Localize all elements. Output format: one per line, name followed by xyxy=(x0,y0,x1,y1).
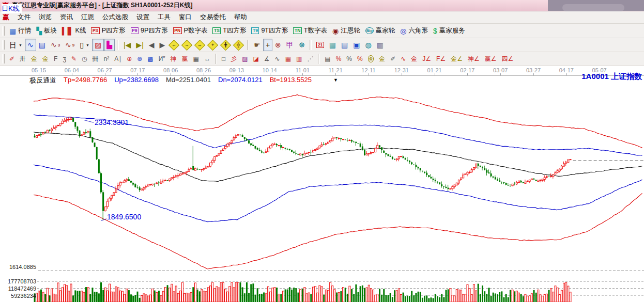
volume-histogram-button[interactable]: ▙ xyxy=(104,39,115,51)
map-button[interactable]: ▨ xyxy=(92,39,104,51)
gold-gate2-button[interactable]: 金 xyxy=(40,53,51,65)
winner-service-button[interactable]: $赢家服务 xyxy=(431,25,468,37)
wave9-button[interactable]: ∿9 xyxy=(63,39,77,51)
remote-service-button[interactable]: ▥ xyxy=(374,39,386,51)
delete-line-button[interactable]: ⊗ xyxy=(272,39,284,51)
stats-list-button[interactable]: ▤ xyxy=(322,53,333,65)
zoom-in-button[interactable]: ╋ xyxy=(219,39,232,51)
menu-window[interactable]: 窗口 xyxy=(175,12,196,23)
angle-a-button[interactable]: A∣ xyxy=(112,53,124,65)
toolbar-grip[interactable] xyxy=(2,40,5,50)
gann-comb-button[interactable]: 卅 xyxy=(17,53,28,65)
winner-wheel-button[interactable]: Big赢家轮 xyxy=(363,25,398,37)
menu-trade[interactable]: 交易委托 xyxy=(196,12,230,23)
gold-circle-button[interactable]: 金 xyxy=(365,53,377,65)
web-box-button[interactable]: ▩ xyxy=(145,53,156,65)
kline-chart-canvas[interactable] xyxy=(0,75,644,302)
red-brush2-button[interactable]: ✎ xyxy=(69,53,79,65)
win-box-button[interactable]: 赢 xyxy=(179,53,191,65)
menu-tools[interactable]: 工具 xyxy=(154,12,175,23)
j-angle-button[interactable]: J∠ xyxy=(420,53,434,65)
red-grid2-button[interactable]: ▥ xyxy=(294,53,304,65)
menu-browse[interactable]: 浏览 xyxy=(35,12,56,23)
menu-settings[interactable]: 设置 xyxy=(132,12,154,23)
box-measure-button[interactable]: □ xyxy=(219,53,228,65)
t-number-table-button[interactable]: TNT数字表 xyxy=(290,25,329,37)
pan-right-button[interactable]: → xyxy=(180,39,193,51)
last-page-button[interactable]: ▶| xyxy=(133,39,146,51)
gold-lines-button[interactable]: 金 xyxy=(376,53,388,65)
brush-tool-button[interactable]: ✐ xyxy=(7,53,17,65)
indicator-name[interactable]: 极反通道 xyxy=(29,76,56,85)
next-bar-button[interactable]: ▶ xyxy=(157,39,168,51)
star-web-button[interactable]: ⊛ xyxy=(134,53,145,65)
candle-style-button[interactable]: ▯▼ xyxy=(77,39,92,51)
n-square-button[interactable]: n² xyxy=(101,53,112,65)
gann-tool-button[interactable]: 甲 xyxy=(284,39,296,51)
wave-band-button[interactable]: ∿ xyxy=(398,53,408,65)
menu-formula-stockpick[interactable]: 公式选股 xyxy=(98,12,132,23)
time-cycle-button[interactable]: ◷ xyxy=(79,53,89,65)
rays-button[interactable]: 彡 xyxy=(228,53,239,65)
angle-fan-button[interactable]: ∡ xyxy=(262,53,272,65)
menu-help[interactable]: 帮助 xyxy=(230,12,251,23)
f-angle-button[interactable]: F∠ xyxy=(434,53,448,65)
period-day-button[interactable]: 日▼ xyxy=(7,39,25,51)
calendar-button[interactable]: 21 xyxy=(314,39,326,51)
spiral-button[interactable]: ʒ xyxy=(60,53,69,65)
percent-button[interactable]: % xyxy=(344,53,355,65)
god-angle-button[interactable]: 神∠ xyxy=(465,53,482,65)
wave3-button[interactable]: ∿3 xyxy=(48,39,63,51)
hand-tool-button[interactable]: ☛ xyxy=(251,39,263,51)
refresh-data-button[interactable]: ◍ xyxy=(363,39,374,51)
win-angle-button[interactable]: 赢∠ xyxy=(482,53,499,65)
zoom-h-button[interactable]: ↔ xyxy=(193,39,206,51)
p-number-table-button[interactable]: PNP数字表 xyxy=(171,25,210,37)
rays-box-button[interactable]: ▨ xyxy=(239,53,250,65)
toolbar-grip[interactable] xyxy=(2,26,5,36)
hexagon-button[interactable]: ◎六角形 xyxy=(397,25,431,37)
f10-info-button[interactable]: ▤ xyxy=(36,39,48,51)
p-square-button[interactable]: PSP四方形 xyxy=(88,25,128,37)
pan-left-button[interactable]: ← xyxy=(167,39,180,51)
crosshair-tool-button[interactable]: + xyxy=(263,39,272,51)
four-angle-button[interactable]: 四∠ xyxy=(499,53,516,65)
quotes-button[interactable]: ▦行情 xyxy=(7,25,34,37)
first-page-button[interactable]: |◀ xyxy=(121,39,133,51)
quote-mark-button[interactable]: И″ xyxy=(156,53,168,65)
ruler-pen-button[interactable]: ✐ xyxy=(388,53,398,65)
menu-file[interactable]: 文件 xyxy=(13,12,35,23)
ninet-square-button[interactable]: T99T四方形 xyxy=(249,25,290,37)
target-circle-button[interactable]: ⊕ xyxy=(124,53,134,65)
menu-gann[interactable]: 江恩 xyxy=(77,12,98,23)
kline-button[interactable]: ▍▋K线 xyxy=(59,25,88,37)
grid123-button[interactable]: ▦ xyxy=(191,53,202,65)
comb2-button[interactable]: 卌 xyxy=(90,53,101,65)
rays-box2-button[interactable]: ◪ xyxy=(250,53,261,65)
ninep-square-button[interactable]: P99P四方形 xyxy=(128,25,171,37)
menu-news[interactable]: 资讯 xyxy=(56,12,77,23)
trend-wave-button[interactable]: ∿ xyxy=(25,39,36,51)
prev-bar-button[interactable]: ◀ xyxy=(146,39,157,51)
gold-under-button[interactable]: 金 xyxy=(408,53,420,65)
diag-lines-button[interactable]: ⋰ xyxy=(304,53,316,65)
gold-angle-button[interactable]: 金∠ xyxy=(448,53,465,65)
notes-button[interactable]: ▤ xyxy=(339,39,350,51)
width-measure-button[interactable]: ↔ xyxy=(202,53,213,65)
zoom-all-button[interactable]: + xyxy=(206,39,219,51)
percent-line-button[interactable]: % xyxy=(333,53,344,65)
zoom-out-button[interactable]: ╬ xyxy=(232,39,245,51)
red-grid-button[interactable]: ▦ xyxy=(283,53,294,65)
zigzag-button[interactable]: ∿ xyxy=(272,53,283,65)
calculator-button[interactable]: ▦ xyxy=(327,39,339,51)
gann-wheel-button[interactable]: ◉江恩轮 xyxy=(330,25,363,37)
f-comb-button[interactable]: F xyxy=(51,53,60,65)
toolbar-grip[interactable] xyxy=(2,54,5,63)
pattern-tool-button[interactable]: ☸ xyxy=(296,39,308,51)
god-comb-button[interactable]: 神 xyxy=(168,53,179,65)
sectors-button[interactable]: ▚板块 xyxy=(34,25,59,37)
t-square-button[interactable]: TST四方形 xyxy=(210,25,249,37)
percent-under-button[interactable]: % xyxy=(355,53,365,65)
gold-gate1-button[interactable]: 金 xyxy=(28,53,40,65)
save-button[interactable]: ▣ xyxy=(350,39,362,51)
